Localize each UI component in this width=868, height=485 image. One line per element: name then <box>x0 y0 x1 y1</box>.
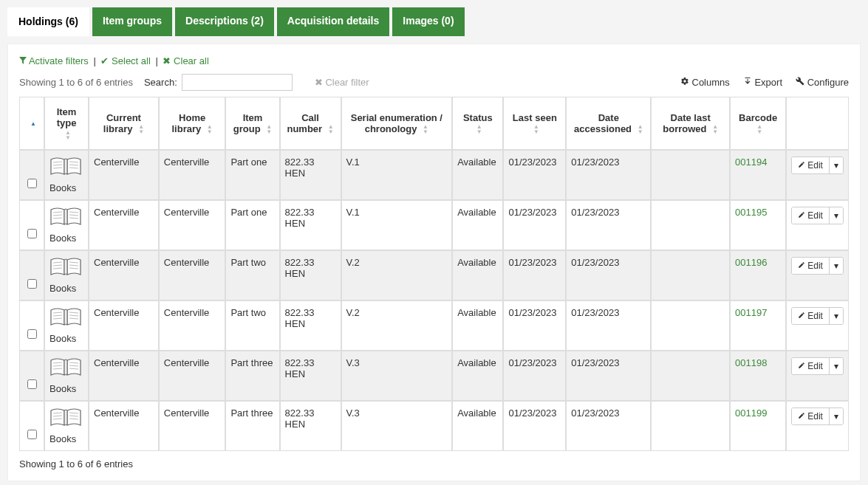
search-input[interactable] <box>182 74 293 91</box>
cell-last-seen: 01/23/2023 <box>503 250 566 300</box>
select-all-link[interactable]: Select all <box>112 55 151 66</box>
barcode-link[interactable]: 001198 <box>735 357 767 368</box>
table-row: BooksCentervilleCentervillePart two822.3… <box>19 250 849 300</box>
edit-dropdown-toggle[interactable]: ▾ <box>829 408 843 424</box>
book-icon <box>49 357 83 380</box>
col-checkbox[interactable]: ▲ <box>19 97 44 150</box>
cell-date-last-borrowed <box>651 401 730 451</box>
sort-icon: ▲▼ <box>756 124 762 134</box>
cell-call-number: 822.33 HEN <box>280 200 341 250</box>
edit-dropdown-toggle[interactable]: ▾ <box>829 308 843 324</box>
table-row: BooksCentervilleCentervillePart three822… <box>19 351 849 401</box>
col-barcode[interactable]: Barcode ▲▼ <box>730 97 786 150</box>
cell-last-seen: 01/23/2023 <box>503 150 566 200</box>
cell-serial: V.1 <box>341 200 453 250</box>
barcode-link[interactable]: 001195 <box>735 207 767 218</box>
edit-dropdown-toggle[interactable]: ▾ <box>829 258 843 274</box>
close-icon: ✖ <box>163 55 171 66</box>
col-serial-enum[interactable]: Serial enumeration / chronology ▲▼ <box>341 97 453 150</box>
cell-call-number: 822.33 HEN <box>280 351 341 401</box>
cell-home-library: Centerville <box>159 300 226 351</box>
table-row: BooksCentervilleCentervillePart two822.3… <box>19 300 849 351</box>
clear-filter-link[interactable]: ✖ Clear filter <box>315 77 369 88</box>
edit-dropdown-toggle[interactable]: ▾ <box>829 157 843 173</box>
edit-button[interactable]: Edit <box>792 258 829 274</box>
sort-icon: ▲▼ <box>533 124 539 134</box>
cell-item-group: Part three <box>225 401 279 451</box>
pencil-icon <box>798 361 805 371</box>
row-checkbox[interactable] <box>27 430 37 439</box>
col-date-accessioned[interactable]: Date accessioned ▲▼ <box>566 97 651 150</box>
columns-button[interactable]: Columns <box>680 77 730 88</box>
item-type-label: Books <box>49 433 76 444</box>
col-item-type[interactable]: Item type ▲▼ <box>44 97 89 150</box>
row-checkbox[interactable] <box>27 229 37 238</box>
sort-icon: ▲▼ <box>712 124 718 134</box>
cell-date-accessioned: 01/23/2023 <box>566 351 651 401</box>
cell-item-group: Part two <box>225 300 279 351</box>
cell-date-accessioned: 01/23/2023 <box>566 300 651 351</box>
barcode-link[interactable]: 001196 <box>735 257 767 268</box>
cell-item-group: Part one <box>225 150 279 200</box>
item-type-label: Books <box>49 383 76 394</box>
row-checkbox[interactable] <box>27 379 37 389</box>
edit-dropdown-toggle[interactable]: ▾ <box>829 207 843 224</box>
barcode-link[interactable]: 001194 <box>735 156 767 168</box>
edit-button[interactable]: Edit <box>792 308 829 324</box>
book-icon <box>49 407 83 430</box>
edit-dropdown-toggle[interactable]: ▾ <box>829 358 843 374</box>
holdings-table: ▲ Item type ▲▼ Current library ▲▼ Home l… <box>19 97 849 451</box>
pencil-icon <box>798 411 805 422</box>
col-home-library[interactable]: Home library ▲▼ <box>159 97 226 150</box>
edit-button[interactable]: Edit <box>792 408 829 424</box>
sort-icon: ▲▼ <box>266 124 272 134</box>
pencil-icon <box>798 160 805 171</box>
cell-date-accessioned: 01/23/2023 <box>566 150 651 200</box>
barcode-link[interactable]: 001197 <box>735 307 767 318</box>
cell-item-group: Part two <box>225 250 279 300</box>
row-checkbox[interactable] <box>27 179 37 188</box>
sort-icon: ▲▼ <box>328 124 334 134</box>
cell-last-seen: 01/23/2023 <box>503 351 566 401</box>
col-status[interactable]: Status ▲▼ <box>452 97 503 150</box>
activate-filters-link[interactable]: Activate filters <box>29 55 89 66</box>
sort-icon: ▲▼ <box>423 124 428 134</box>
gear-icon <box>680 77 692 88</box>
cell-date-accessioned: 01/23/2023 <box>566 250 651 300</box>
book-icon <box>49 257 83 280</box>
col-current-library[interactable]: Current library ▲▼ <box>89 97 159 150</box>
col-call-number[interactable]: Call number ▲▼ <box>280 97 341 150</box>
caret-down-icon: ▾ <box>834 411 838 422</box>
edit-button[interactable]: Edit <box>792 207 829 224</box>
barcode-link[interactable]: 001199 <box>735 407 767 419</box>
cell-call-number: 822.33 HEN <box>280 300 341 351</box>
row-checkbox[interactable] <box>27 279 37 289</box>
cell-home-library: Centerville <box>159 351 226 401</box>
cell-date-accessioned: 01/23/2023 <box>566 401 651 451</box>
edit-button[interactable]: Edit <box>792 157 829 173</box>
edit-button[interactable]: Edit <box>792 358 829 374</box>
cell-date-last-borrowed <box>651 250 730 300</box>
clear-all-link[interactable]: Clear all <box>174 55 209 66</box>
tab-1[interactable]: Item groups <box>92 7 172 36</box>
tab-3[interactable]: Acquisition details <box>277 7 389 36</box>
tab-2[interactable]: Descriptions (2) <box>175 7 274 36</box>
tab-4[interactable]: Images (0) <box>392 7 464 36</box>
download-icon <box>743 77 755 88</box>
sort-icon: ▲▼ <box>138 124 144 134</box>
sort-icon: ▲▼ <box>65 130 71 140</box>
cell-last-seen: 01/23/2023 <box>503 200 566 250</box>
col-item-group[interactable]: Item group ▲▼ <box>225 97 279 150</box>
col-last-seen[interactable]: Last seen ▲▼ <box>503 97 566 150</box>
table-info-top: Showing 1 to 6 of 6 entries <box>19 77 133 88</box>
configure-button[interactable]: Configure <box>796 77 849 88</box>
table-top-bar: Showing 1 to 6 of 6 entries Search: ✖ Cl… <box>19 74 849 91</box>
col-date-last-borrowed[interactable]: Date last borrowed ▲▼ <box>651 97 730 150</box>
export-button[interactable]: Export <box>743 77 782 88</box>
cell-status: Available <box>452 200 503 250</box>
tab-0[interactable]: Holdings (6) <box>7 7 89 36</box>
row-checkbox[interactable] <box>27 329 37 339</box>
item-type-label: Books <box>49 182 76 193</box>
cell-home-library: Centerville <box>159 150 226 200</box>
item-type-label: Books <box>49 233 76 244</box>
